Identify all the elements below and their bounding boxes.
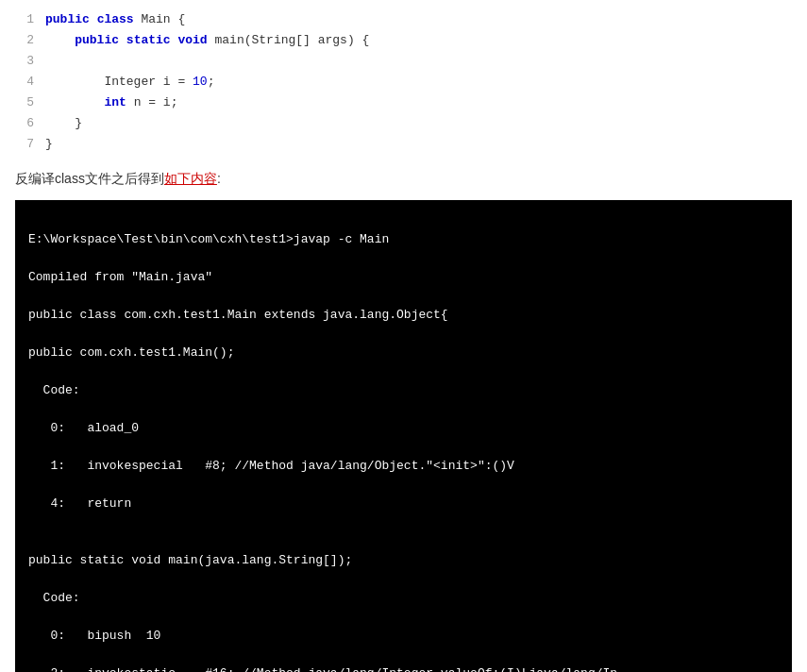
code-line-1: 1 public class Main { bbox=[15, 9, 792, 30]
code-line-6: 6 } bbox=[15, 113, 792, 134]
line-content-2: public static void main(String[] args) { bbox=[45, 30, 369, 51]
code-line-5: 5 int n = i; bbox=[15, 92, 792, 113]
line-number-5: 5 bbox=[15, 92, 45, 113]
line-content-7: } bbox=[45, 134, 53, 155]
line-content-6: } bbox=[45, 113, 82, 134]
line-number-4: 4 bbox=[15, 72, 45, 92]
separator-after: : bbox=[217, 171, 221, 186]
terminal-line-6: 0: aload_0 bbox=[28, 419, 779, 438]
line-number-2: 2 bbox=[15, 30, 45, 51]
code-editor: 1 public class Main { 2 public static vo… bbox=[15, 9, 792, 155]
terminal-line-5: Code: bbox=[28, 381, 779, 400]
code-line-3: 3 bbox=[15, 51, 792, 72]
separator-underline: 如下内容 bbox=[164, 171, 217, 186]
line-content-4: Integer i = 10; bbox=[45, 72, 214, 92]
code-line-7: 7 } bbox=[15, 134, 792, 155]
line-number-1: 1 bbox=[15, 9, 45, 30]
terminal-line-13: 2: invokestatic #16; //Method java/lang/… bbox=[28, 664, 779, 672]
code-line-2: 2 public static void main(String[] args)… bbox=[15, 30, 792, 51]
separator-text: 反编译class文件之后得到如下内容: bbox=[15, 168, 792, 189]
terminal-line-3: public class com.cxh.test1.Main extends … bbox=[28, 306, 779, 325]
terminal-line-8: 4: return bbox=[28, 495, 779, 513]
line-content-5: int n = i; bbox=[45, 92, 177, 113]
terminal-line-10: public static void main(java.lang.String… bbox=[28, 551, 779, 570]
line-number-6: 6 bbox=[15, 113, 45, 134]
terminal-line-1: E:\Workspace\Test\bin\com\cxh\test1>java… bbox=[28, 230, 779, 249]
terminal-block: E:\Workspace\Test\bin\com\cxh\test1>java… bbox=[15, 200, 792, 672]
terminal-line-12: 0: bipush 10 bbox=[28, 627, 779, 646]
line-number-3: 3 bbox=[15, 51, 45, 72]
terminal-line-7: 1: invokespecial #8; //Method java/lang/… bbox=[28, 457, 779, 476]
terminal-line-4: public com.cxh.test1.Main(); bbox=[28, 344, 779, 362]
code-line-4: 4 Integer i = 10; bbox=[15, 72, 792, 92]
terminal-line-2: Compiled from "Main.java" bbox=[28, 268, 779, 287]
terminal-line-11: Code: bbox=[28, 589, 779, 608]
line-number-7: 7 bbox=[15, 134, 45, 155]
line-content-1: public class Main { bbox=[45, 9, 185, 30]
separator-before: 反编译class文件之后得到 bbox=[15, 171, 164, 186]
